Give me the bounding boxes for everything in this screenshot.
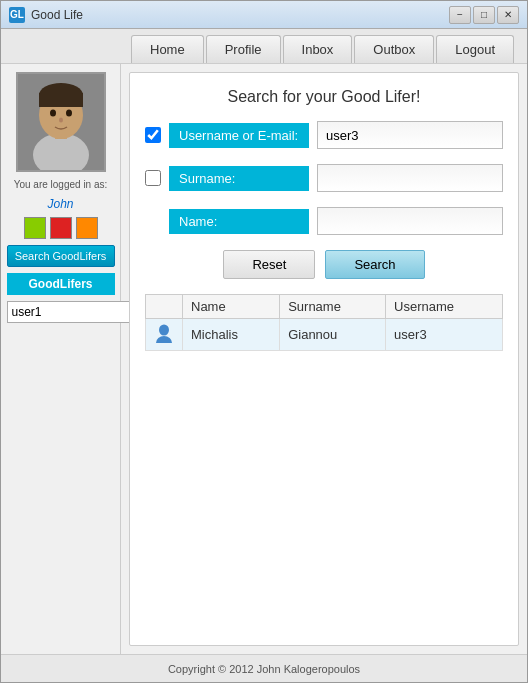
form-row-surname: Surname: — [145, 164, 503, 192]
maximize-button[interactable]: □ — [473, 6, 495, 24]
svg-point-10 — [156, 336, 172, 343]
logged-in-label: You are logged in as: — [14, 178, 108, 191]
panel-title: Search for your Good Lifer! — [145, 88, 503, 106]
form-row-name: Name: — [145, 207, 503, 235]
user-icon — [154, 323, 174, 343]
search-panel: Search for your Good Lifer! Username or … — [129, 72, 519, 646]
svg-point-7 — [66, 109, 72, 116]
color-buttons — [24, 217, 98, 239]
color-button-orange[interactable] — [76, 217, 98, 239]
nav-bar: Home Profile Inbox Outbox Logout — [1, 29, 527, 64]
surname-label: Surname: — [169, 166, 309, 191]
row-surname: Giannou — [280, 319, 386, 351]
username-input[interactable] — [317, 121, 503, 149]
row-username: user3 — [386, 319, 503, 351]
main-area: You are logged in as: John Search GoodLi… — [1, 64, 527, 654]
username-label: Username or E-mail: — [169, 123, 309, 148]
tab-profile[interactable]: Profile — [206, 35, 281, 63]
avatar-image — [21, 75, 101, 170]
footer-text: Copyright © 2012 John Kalogeropoulos — [168, 663, 360, 675]
tab-outbox[interactable]: Outbox — [354, 35, 434, 63]
name-label: Name: — [169, 209, 309, 234]
col-header-icon — [146, 295, 183, 319]
col-header-name: Name — [183, 295, 280, 319]
footer: Copyright © 2012 John Kalogeropoulos — [1, 654, 527, 682]
logged-in-username: John — [47, 197, 73, 211]
goodlifers-label: GoodLifers — [7, 273, 115, 295]
svg-point-8 — [59, 117, 63, 122]
color-button-red[interactable] — [50, 217, 72, 239]
color-button-green[interactable] — [24, 217, 46, 239]
surname-input[interactable] — [317, 164, 503, 192]
sidebar-search-row — [7, 301, 115, 323]
tab-home[interactable]: Home — [131, 35, 204, 63]
svg-point-6 — [50, 109, 56, 116]
search-button[interactable]: Search — [325, 250, 424, 279]
col-header-surname: Surname — [280, 295, 386, 319]
search-goodlifers-button[interactable]: Search GoodLifers — [7, 245, 115, 267]
window-title: Good Life — [31, 8, 449, 22]
svg-rect-5 — [39, 93, 83, 107]
reset-button[interactable]: Reset — [223, 250, 315, 279]
surname-checkbox[interactable] — [145, 170, 161, 186]
app-icon: GL — [9, 7, 25, 23]
minimize-button[interactable]: − — [449, 6, 471, 24]
sidebar: You are logged in as: John Search GoodLi… — [1, 64, 121, 654]
avatar — [16, 72, 106, 172]
results-table: Name Surname Username — [145, 294, 503, 351]
row-name: Michalis — [183, 319, 280, 351]
tab-logout[interactable]: Logout — [436, 35, 514, 63]
button-row: Reset Search — [145, 250, 503, 279]
title-bar: GL Good Life − □ ✕ — [1, 1, 527, 29]
username-checkbox[interactable] — [145, 127, 161, 143]
name-input[interactable] — [317, 207, 503, 235]
window-controls: − □ ✕ — [449, 6, 519, 24]
table-header-row: Name Surname Username — [146, 295, 503, 319]
form-row-username: Username or E-mail: — [145, 121, 503, 149]
close-button[interactable]: ✕ — [497, 6, 519, 24]
svg-point-9 — [159, 325, 169, 336]
col-header-username: Username — [386, 295, 503, 319]
tab-inbox[interactable]: Inbox — [283, 35, 353, 63]
table-row[interactable]: Michalis Giannou user3 — [146, 319, 503, 351]
row-icon-cell — [146, 319, 183, 351]
